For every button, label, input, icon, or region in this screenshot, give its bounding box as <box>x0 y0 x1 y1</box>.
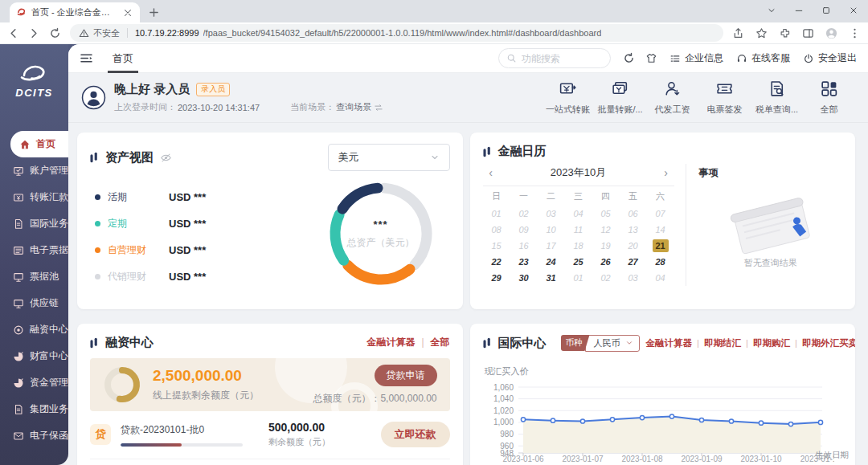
currency-select[interactable]: 美元 <box>328 144 450 171</box>
calendar-day[interactable]: 12 <box>592 222 620 238</box>
weekday-label: 二 <box>538 186 565 206</box>
user-avatar[interactable] <box>81 85 106 110</box>
calendar-day[interactable]: 22 <box>483 254 510 270</box>
quick-action-icon <box>715 80 734 98</box>
browser-tab[interactable]: 首页 - 企业综合金融服务平台 <box>10 2 140 22</box>
calendar-prev-icon[interactable]: ‹ <box>485 167 497 178</box>
qa-all[interactable]: 全部 <box>803 80 855 116</box>
qa-ebill-issue[interactable]: 电票签发 <box>698 80 751 116</box>
financing-link[interactable]: 金融计算器 <box>366 336 415 349</box>
calendar-day[interactable]: 28 <box>647 254 674 270</box>
calendar-day[interactable]: 25 <box>565 254 592 270</box>
calendar-day[interactable]: 21 <box>647 238 674 254</box>
hide-amounts-eye-icon[interactable] <box>160 152 172 164</box>
calendar-day[interactable]: 08 <box>483 222 510 238</box>
app: DCITS 首页 账户管理 转账汇款 国际业务 <box>0 44 868 465</box>
calendar-day[interactable]: 09 <box>510 222 538 238</box>
financing-link[interactable]: 全部 <box>415 336 449 349</box>
sidebar-item-financing[interactable]: 融资中心 <box>0 316 68 343</box>
side-panel-icon[interactable] <box>802 27 814 39</box>
window-minimize-icon[interactable] <box>794 6 804 15</box>
calendar-day[interactable]: 13 <box>620 222 647 238</box>
safe-exit-button[interactable]: 安全退出 <box>803 51 857 65</box>
calendar-day[interactable]: 03 <box>620 270 647 286</box>
calendar-day[interactable]: 18 <box>565 238 592 254</box>
sidebar-item-transfer[interactable]: 转账汇款 <box>0 184 68 210</box>
sidebar-item-eguarantee[interactable]: 电子保函 <box>0 422 68 449</box>
share-icon[interactable] <box>732 27 744 39</box>
theme-skin-button[interactable] <box>645 52 657 64</box>
calendar-day[interactable]: 04 <box>647 270 674 286</box>
calendar-day[interactable]: 27 <box>620 254 647 270</box>
calendar-day[interactable]: 04 <box>565 206 592 222</box>
window-close-icon[interactable] <box>849 6 858 15</box>
sidebar-item-group[interactable]: 集团业务 <box>0 396 68 422</box>
calendar-day[interactable]: 02 <box>592 270 620 286</box>
calendar-day[interactable]: 26 <box>592 254 620 270</box>
intl-link[interactable]: 即期外汇买卖 <box>790 337 855 349</box>
calendar-day[interactable]: 10 <box>538 222 565 238</box>
sidebar-item-account[interactable]: 账户管理 <box>0 157 68 184</box>
extensions-icon[interactable] <box>779 27 791 39</box>
refresh-button[interactable] <box>623 52 635 64</box>
calendar-day[interactable]: 20 <box>620 238 647 254</box>
sidebar-item-international[interactable]: 国际业务 <box>0 210 68 237</box>
reload-icon[interactable] <box>49 27 61 39</box>
company-info-button[interactable]: 企业信息 <box>669 51 723 65</box>
new-tab-button[interactable] <box>148 6 160 18</box>
calendar-day[interactable]: 23 <box>510 254 538 270</box>
calendar-day[interactable]: 16 <box>510 238 538 254</box>
calendar-day[interactable]: 15 <box>483 238 510 254</box>
sidebar-item-home[interactable]: 首页 <box>10 131 68 157</box>
collapse-menu-icon[interactable] <box>80 52 93 64</box>
calendar-day[interactable]: 29 <box>483 270 510 286</box>
calendar-day[interactable]: 17 <box>538 238 565 254</box>
qa-one-stop-transfer[interactable]: 一站式转账 <box>542 80 594 116</box>
calendar-day[interactable]: 11 <box>565 222 592 238</box>
window-maximize-icon[interactable] <box>821 6 831 15</box>
qa-salary-payment[interactable]: 代发工资 <box>646 80 698 116</box>
loan-apply-button[interactable]: 贷款申请 <box>375 365 437 386</box>
tab-home[interactable]: 首页 <box>108 44 138 73</box>
online-service-button[interactable]: 在线客服 <box>736 51 790 65</box>
calendar-day[interactable]: 06 <box>620 206 647 222</box>
tab-close-icon[interactable] <box>122 7 133 18</box>
forward-icon[interactable] <box>28 27 40 39</box>
calendar-next-icon[interactable]: › <box>659 167 672 178</box>
intl-link[interactable]: 即期结汇 <box>692 337 741 349</box>
function-search[interactable] <box>498 48 611 68</box>
back-icon[interactable] <box>7 27 19 39</box>
more-menu-icon[interactable] <box>849 27 861 39</box>
profile-avatar-icon[interactable] <box>825 27 837 39</box>
calendar-day[interactable]: 24 <box>538 254 565 270</box>
calendar-day[interactable]: 01 <box>565 270 592 286</box>
calendar-day[interactable]: 05 <box>592 206 620 222</box>
sidebar-item-ebill[interactable]: 电子票据 <box>0 237 68 263</box>
calendar-day[interactable]: 14 <box>647 222 674 238</box>
quick-action-label: 税单查询... <box>755 104 798 116</box>
switch-scene-icon[interactable] <box>374 103 383 112</box>
svg-text:980: 980 <box>500 430 514 438</box>
qa-batch-transfer[interactable]: 批量转账/... <box>594 80 646 116</box>
calendar-day[interactable]: 30 <box>510 270 538 286</box>
window-chevron-icon[interactable] <box>767 6 776 15</box>
calendar-day[interactable]: 07 <box>647 206 674 222</box>
calendar-day[interactable]: 19 <box>592 238 620 254</box>
calendar-day[interactable]: 02 <box>510 206 538 222</box>
url-bar[interactable]: 不安全 10.7.19.22:8999/fpaas_bucket/9415403… <box>70 24 723 42</box>
sidebar-item-wealth[interactable]: 财富中心 <box>0 343 68 369</box>
sidebar-item-supplychain[interactable]: 供应链 <box>0 290 68 316</box>
currency-dropdown[interactable]: 人民币 <box>585 335 640 352</box>
sidebar-item-billpool[interactable]: 票据池 <box>0 263 68 290</box>
intl-link[interactable]: 金融计算器 <box>646 337 693 349</box>
calendar-day[interactable]: 01 <box>483 206 510 222</box>
search-input[interactable] <box>522 53 598 64</box>
calendar-day[interactable]: 03 <box>538 206 565 222</box>
qa-tax-query[interactable]: 税单查询... <box>751 80 803 116</box>
repay-now-button[interactable]: 立即还款 <box>381 422 450 447</box>
sidebar-item-funds[interactable]: 资金管理 <box>0 369 68 396</box>
calendar-day[interactable]: 31 <box>538 270 565 286</box>
bookmark-star-icon[interactable] <box>755 27 768 39</box>
intl-link[interactable]: 即期购汇 <box>741 337 790 349</box>
calendar: ‹ 2023年10月 › 日一二三四五六 0102030405060708091… <box>483 164 674 286</box>
